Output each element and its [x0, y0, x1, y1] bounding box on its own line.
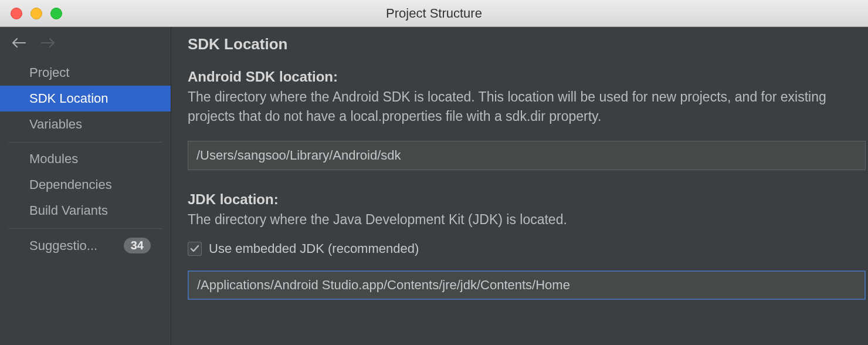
sidebar-divider: [8, 228, 162, 229]
android-sdk-path-input[interactable]: [188, 141, 866, 170]
sidebar-item-dependencies[interactable]: Dependencies: [0, 172, 171, 198]
sidebar-item-label: Variables: [29, 117, 82, 132]
sidebar-item-label: Modules: [29, 151, 78, 167]
sidebar-item-sdk-location[interactable]: SDK Location: [0, 86, 171, 111]
jdk-title: JDK location:: [188, 191, 868, 208]
window-controls: [11, 8, 62, 19]
forward-button[interactable]: [40, 36, 56, 49]
window-title: Project Structure: [386, 6, 482, 21]
sidebar-item-build-variants[interactable]: Build Variants: [0, 198, 171, 224]
nav-arrows: [0, 27, 171, 56]
sidebar-item-label: Suggestio...: [29, 238, 97, 253]
minimize-icon[interactable]: [30, 8, 42, 19]
sidebar: Project SDK Location Variables Modules D…: [0, 27, 171, 345]
embedded-jdk-checkbox[interactable]: [188, 242, 202, 256]
maximize-icon[interactable]: [50, 8, 62, 19]
embedded-jdk-label: Use embedded JDK (recommended): [209, 241, 419, 256]
suggestions-badge: 34: [124, 238, 151, 253]
android-sdk-title: Android SDK location:: [188, 69, 868, 85]
main-area: Project SDK Location Variables Modules D…: [0, 27, 868, 345]
android-sdk-desc: The directory where the Android SDK is l…: [188, 87, 868, 127]
sidebar-item-label: Project: [29, 65, 69, 80]
sidebar-item-variables[interactable]: Variables: [0, 111, 171, 137]
check-icon: [190, 245, 199, 253]
sidebar-list: Project SDK Location Variables Modules D…: [0, 56, 171, 259]
sidebar-item-modules[interactable]: Modules: [0, 146, 171, 172]
close-icon[interactable]: [11, 8, 22, 19]
sidebar-item-project[interactable]: Project: [0, 60, 171, 86]
jdk-desc: The directory where the Java Development…: [188, 210, 868, 229]
content-panel: SDK Location Android SDK location: The d…: [171, 27, 868, 345]
arrow-left-icon: [11, 38, 26, 48]
sidebar-item-label: SDK Location: [29, 91, 108, 106]
sidebar-divider: [8, 142, 162, 143]
back-button[interactable]: [11, 36, 27, 49]
titlebar: Project Structure: [0, 0, 868, 27]
embedded-jdk-row[interactable]: Use embedded JDK (recommended): [188, 241, 868, 256]
page-title: SDK Location: [188, 35, 868, 53]
sidebar-item-label: Dependencies: [29, 177, 112, 192]
sidebar-item-label: Build Variants: [29, 203, 108, 218]
jdk-path-input[interactable]: [188, 270, 866, 300]
sidebar-item-suggestions[interactable]: Suggestio... 34: [0, 232, 171, 259]
arrow-right-icon: [40, 38, 56, 48]
